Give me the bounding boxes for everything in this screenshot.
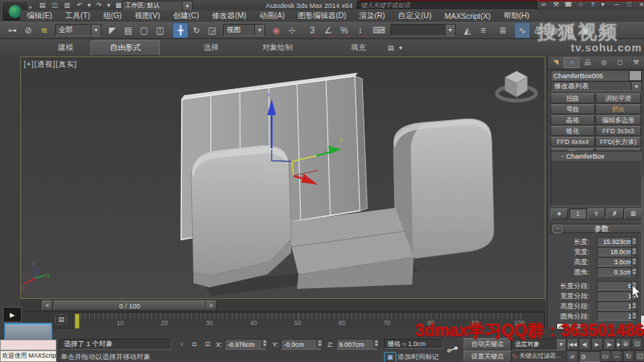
bind-to-spacewarp-icon[interactable]: ≋ xyxy=(36,22,52,38)
ribbon-tab-modeling[interactable]: 建模 xyxy=(51,41,80,54)
percent-snap-icon[interactable]: %◡ xyxy=(336,22,352,38)
timeslider-next-frame-button[interactable]: > xyxy=(206,300,217,311)
modifier-button-twist[interactable]: 扭曲 xyxy=(551,93,595,104)
menu-modifiers[interactable]: 修改器(M) xyxy=(206,11,253,21)
minimize-button[interactable]: ─ xyxy=(611,0,623,10)
align-icon[interactable]: ≡ xyxy=(475,22,491,38)
select-object-icon[interactable]: ◤ xyxy=(104,22,120,38)
modifier-button-extrude[interactable]: 挤出 xyxy=(595,104,641,114)
selection-filter-dropdown[interactable]: 全部 ▾ xyxy=(55,24,101,36)
reference-coordsys-dropdown[interactable]: 视图 ▾ xyxy=(223,24,265,36)
make-unique-icon[interactable]: Y xyxy=(587,209,605,219)
window-crossing-icon[interactable]: ◫ xyxy=(152,22,168,38)
modifier-button-bend[interactable]: 弯曲 xyxy=(551,104,595,114)
pan-icon[interactable]: ⇔ xyxy=(611,350,622,362)
rect-selection-region-icon[interactable]: ▢ xyxy=(136,22,152,38)
open-mini-curve-editor-icon[interactable]: ▤ xyxy=(55,314,67,325)
rollout-collapse-icon[interactable]: − xyxy=(553,224,562,233)
frame-indicator[interactable] xyxy=(75,313,80,329)
param-fillet-spinner[interactable]: ▴▾ xyxy=(631,267,637,276)
menu-animation[interactable]: 动画(A) xyxy=(253,11,291,21)
modifier-list-dropdown[interactable]: 修改器列表 ▾ xyxy=(551,81,642,91)
modifier-button-ffdbox[interactable]: FFD(长方体) xyxy=(595,137,641,147)
maximize-viewport-icon[interactable]: ◱ xyxy=(635,350,644,362)
ribbon-tab-object-paint[interactable]: 对象绘制 xyxy=(255,41,300,54)
modifier-button-ffd333[interactable]: FFD 3x3x3 xyxy=(595,126,641,136)
menu-customize[interactable]: 自定义(U) xyxy=(392,11,438,21)
tab-modify-icon[interactable]: ∩ xyxy=(564,57,580,68)
spinner-snap-icon[interactable]: ↕◡ xyxy=(352,22,368,38)
ribbon-tab-selection[interactable]: 选择 xyxy=(196,41,226,54)
layer-manager-icon[interactable]: ≣ xyxy=(495,22,511,38)
viewport-label[interactable]: [+][透视][真实] xyxy=(24,59,78,70)
x-coord-spinner[interactable]: ▴▾ xyxy=(262,339,268,348)
select-and-scale-icon[interactable]: ◲ xyxy=(204,22,220,38)
z-coord-spinner[interactable]: ▴▾ xyxy=(373,339,380,348)
tab-display-icon[interactable]: ◻ xyxy=(612,57,628,68)
tab-motion-icon[interactable]: ◎ xyxy=(596,57,612,68)
workspace-dropdown[interactable]: 工作区: 默认 ▾ xyxy=(122,1,193,11)
subscription-wrench-icon[interactable]: ⚒ xyxy=(550,0,562,10)
modifier-stack-list[interactable]: ▪ ChamferBox xyxy=(551,151,642,206)
keyboard-override-icon[interactable]: ⌨ xyxy=(371,22,387,38)
param-width-field[interactable]: 18.0cm xyxy=(597,247,635,256)
set-key-button[interactable]: 设置关键点 xyxy=(464,350,511,362)
use-pivot-center-icon[interactable]: ◉ xyxy=(268,22,284,38)
y-coord-field[interactable]: -0.0cm xyxy=(281,339,322,350)
ribbon-options-icon[interactable]: ▤ xyxy=(385,43,397,54)
stack-item-chamferbox[interactable]: ▪ ChamferBox xyxy=(551,151,641,161)
menu-create[interactable]: 创建(C) xyxy=(167,11,206,21)
snap-toggle-3d-icon[interactable]: 3◡ xyxy=(304,22,320,38)
curve-editor-icon[interactable]: ∿ xyxy=(514,22,530,38)
communication-center-icon[interactable]: ☎ xyxy=(562,0,574,10)
redo-icon[interactable]: ↷ xyxy=(93,0,105,11)
x-coord-field[interactable]: -8.976cm xyxy=(225,339,267,350)
menu-rendering[interactable]: 渲染(R) xyxy=(353,11,392,21)
search-input[interactable]: 键入关键字或短语 xyxy=(357,1,537,10)
menu-graph-editors[interactable]: 图形编辑器(D) xyxy=(291,11,353,21)
close-button[interactable]: × xyxy=(635,0,644,10)
remove-modifier-icon[interactable]: ✗ xyxy=(606,209,624,219)
tab-hierarchy-icon[interactable]: 品 xyxy=(580,57,595,68)
select-and-rotate-icon[interactable]: ↻ xyxy=(188,22,204,38)
param-length-field[interactable]: 15.923cm xyxy=(597,237,635,246)
save-file-icon[interactable]: ▥ xyxy=(61,0,73,11)
menu-group[interactable]: 组(G) xyxy=(96,11,128,21)
modifier-button-ffd444[interactable]: FFD 4x4x4 xyxy=(551,137,595,147)
perspective-viewport[interactable]: z y x y z [+][透视][真实] xyxy=(20,56,545,299)
modifier-button-turbosmooth[interactable]: 涡轮平滑 xyxy=(595,93,641,104)
menu-edit[interactable]: 编辑(E) xyxy=(20,11,59,21)
select-and-move-icon[interactable]: ╋ xyxy=(172,22,188,38)
help-caret-icon[interactable]: ▾ xyxy=(599,0,606,10)
maxscript-macro-pane[interactable] xyxy=(0,340,57,350)
time-slider-handle[interactable]: 0 / 100 xyxy=(54,300,206,311)
y-coord-spinner[interactable]: ▴▾ xyxy=(317,339,323,348)
help-icon[interactable]: ? xyxy=(587,0,599,10)
param-width-spinner[interactable]: ▴▾ xyxy=(631,247,637,256)
panel-scrollbar[interactable] xyxy=(641,177,644,337)
maxscript-listener-pane[interactable]: 欢迎使用 MAXScript xyxy=(0,350,57,362)
param-width-segs-field[interactable]: 1 xyxy=(597,291,635,300)
key-mode-toggle-button[interactable]: ⇄ xyxy=(566,350,578,362)
select-by-name-icon[interactable]: ▤ xyxy=(120,22,136,38)
pin-stack-icon[interactable]: ∗ xyxy=(551,209,568,219)
maximize-button[interactable]: □ xyxy=(623,0,635,10)
unlink-selection-icon[interactable]: ⊘ xyxy=(20,22,36,38)
param-fillet-field[interactable]: 0.1cm xyxy=(597,267,635,277)
undo-caret-icon[interactable]: ▾ xyxy=(85,0,93,11)
key-filters-button[interactable]: ∿ 关键点过滤器... xyxy=(511,350,565,361)
param-length-spinner[interactable]: ▴▾ xyxy=(631,237,637,245)
angle-snap-icon[interactable]: ∠◡ xyxy=(320,22,336,38)
viewport-canvas[interactable]: z y x y z xyxy=(21,57,545,298)
param-height-segs-spinner[interactable]: ▴▾ xyxy=(631,301,637,310)
show-end-result-icon[interactable]: 1 xyxy=(569,209,587,219)
modifier-button-editpoly[interactable]: 编辑多边形 xyxy=(595,115,641,125)
redo-caret-icon[interactable]: ▾ xyxy=(105,0,112,11)
set-keys-big-key-icon[interactable]: ⊶ xyxy=(444,340,461,359)
param-height-spinner[interactable]: ▴▾ xyxy=(631,257,637,266)
object-color-swatch[interactable] xyxy=(629,70,642,81)
timeslider-prev-frame-button[interactable]: < xyxy=(42,300,53,311)
modifier-button-taper[interactable]: 锥化 xyxy=(551,126,595,136)
tab-create-icon[interactable]: ◥ xyxy=(548,57,564,68)
select-and-link-icon[interactable]: ⊶ xyxy=(4,22,20,38)
